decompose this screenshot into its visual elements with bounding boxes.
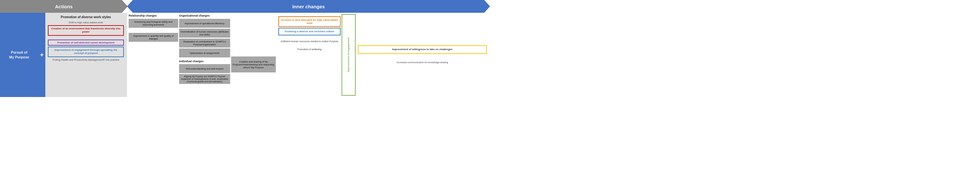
relationship-changes-col: Relationship changes Enhancing psycholog…: [129, 14, 178, 96]
action-health: Putting Health and Productivity Manageme…: [48, 58, 124, 62]
inner-changes-header-label: Inner changes: [293, 4, 325, 9]
outcome-blue: Fostering a diverse and inclusive cultur…: [278, 28, 340, 35]
plus-icon: +: [38, 13, 45, 97]
engagement-box: Improvement of engagement: [342, 14, 356, 96]
full-layout: Actions Inner changes Pursuit ofMy Purpo…: [0, 0, 490, 97]
org-changes-col: Organizational changes Improvement of op…: [179, 14, 230, 96]
engagement-label: Improvement of engagement: [347, 37, 350, 72]
outcome-plain2: Promotion of wellbeing: [278, 47, 340, 51]
body-strip: Pursuit ofMy Purpose + Promotion of dive…: [0, 13, 490, 97]
ind-box2: Aligning My Purpose and SOMPO's Purpose …: [179, 74, 230, 84]
org-box1: Improvement of operational efficiency: [179, 19, 230, 28]
header-inner-changes: Inner changes: [127, 0, 490, 13]
pursuit-column: Pursuit ofMy Purpose: [0, 13, 38, 97]
actions-header-label: Actions: [55, 4, 72, 9]
org-box2: Diversification of human resources (attr…: [179, 29, 230, 38]
ind-changes-header: Individual changes: [179, 60, 230, 63]
mid-outcomes-col: Increase in time allocated for high valu…: [278, 14, 340, 96]
action-engagement: Improvement of engagement through spread…: [48, 46, 124, 57]
rel-changes-header: Relationship changes: [129, 14, 178, 17]
org-box3: Realization of contributions to SOMPO's …: [179, 38, 230, 48]
org-box4: Optimization of assignments: [179, 49, 230, 57]
actions-section-title: Promotion of diverse work styles: [48, 15, 124, 19]
pursuit-label: Pursuit ofMy Purpose: [9, 50, 29, 60]
creation-box: Creation and sharing of My Purpose/Under…: [231, 56, 276, 72]
rel-box2: Improvement in quantity and quality of d…: [129, 33, 178, 42]
action-shift: Shift to high value-added work: [48, 21, 124, 24]
org-changes-header: Organizational changes: [179, 14, 230, 17]
outcome-yellow: Improvement of willingness to take on ch…: [358, 45, 487, 54]
outcome-plain-right: Increased communication for knowledge-sh…: [358, 60, 487, 64]
header-actions: Actions: [0, 0, 128, 13]
actions-column: Promotion of diverse work styles Shift t…: [45, 13, 127, 97]
outcome-plain1: Sufficient human resources needed to rea…: [278, 39, 340, 43]
header-strip: Actions Inner changes: [0, 0, 490, 13]
right-outcomes-col: Improvement of willingness to take on ch…: [356, 14, 488, 96]
inner-changes-col: Relationship changes Enhancing psycholog…: [127, 13, 490, 97]
shared-box-col: Creation and sharing of My Purpose/Under…: [231, 14, 277, 96]
action-career: Promotion of self-detected career develo…: [48, 40, 124, 46]
rel-box1: Enhancing psychological safety and impro…: [129, 19, 178, 28]
ind-box1: Self-understanding and self-respect: [179, 64, 230, 73]
outcome-orange: Increase in time allocated for high valu…: [278, 16, 340, 27]
action-creation: Creation of an environment that transfor…: [48, 25, 124, 36]
